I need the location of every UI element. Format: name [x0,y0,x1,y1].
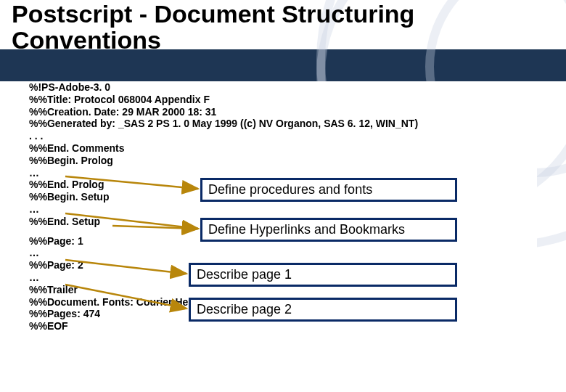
code-line: … [29,167,537,179]
slide: Postscript - Document Structuring Conven… [0,0,566,392]
annotation-page1: Describe page 1 [189,263,457,287]
code-line: %%End. Comments [29,142,537,155]
code-line: %%EOF [29,320,537,332]
code-line: %%Creation. Date: 29 MAR 2000 18: 31 [29,106,537,118]
code-line: %%Title: Protocol 068004 Appendix F [29,94,537,106]
annotation-page2: Describe page 2 [189,298,457,322]
code-line: %%Generated by: _SAS 2 PS 1. 0 May 1999 … [29,118,537,130]
annotation-procedures: Define procedures and fonts [200,178,457,202]
code-line: %%Begin. Prolog [29,155,537,167]
annotation-hyperlinks: Define Hyperlinks and Bookmarks [200,218,457,242]
code-line: . . . [29,130,537,142]
slide-title: Postscript - Document Structuring Conven… [12,1,566,53]
code-line: %!PS-Adobe-3. 0 [29,81,537,94]
code-line: … [29,203,537,216]
code-line: … [29,247,537,259]
